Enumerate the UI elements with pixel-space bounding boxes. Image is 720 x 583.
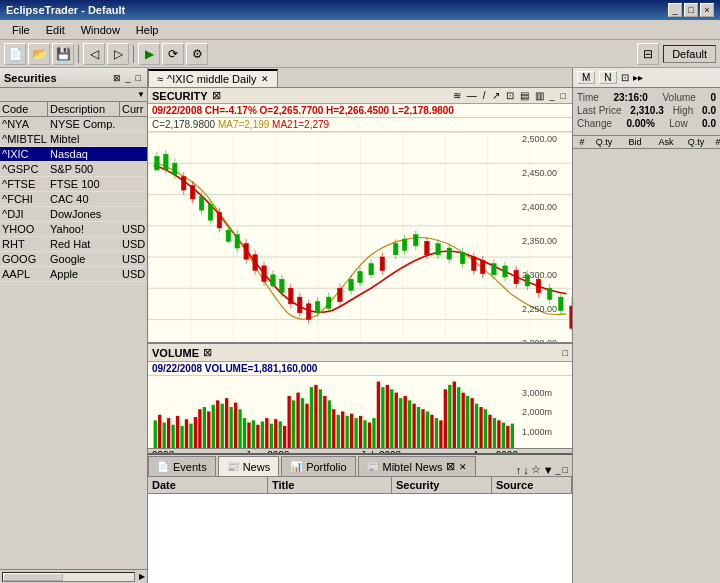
up-arrow-btn[interactable]: ↑ <box>516 464 522 476</box>
view-btn[interactable]: ▼ <box>543 464 554 476</box>
right-m-btn[interactable]: M <box>577 71 595 84</box>
svg-rect-140 <box>354 418 357 448</box>
sec-row-ixic[interactable]: ^IXIC Nasdaq <box>0 147 147 162</box>
svg-rect-112 <box>229 407 232 448</box>
min-btn[interactable]: _ <box>556 465 561 475</box>
market-col-hash1: # <box>575 137 589 147</box>
tab-portfolio[interactable]: 📊 Portfolio <box>281 456 355 476</box>
time-aug: Aug. 2008 <box>472 450 518 453</box>
sec-row-aapl[interactable]: AAPL Apple USD <box>0 267 147 282</box>
star-btn[interactable]: ☆ <box>531 463 541 476</box>
svg-rect-120 <box>265 418 268 448</box>
open-button[interactable]: 📂 <box>28 43 50 65</box>
svg-rect-99 <box>171 425 174 448</box>
refresh-button[interactable]: ⟳ <box>162 43 184 65</box>
securities-controls[interactable]: ⊠ _ □ <box>111 73 143 83</box>
svg-rect-161 <box>448 385 451 448</box>
default-box: Default <box>663 45 716 63</box>
chart-tool-5[interactable]: ⊡ <box>504 90 516 101</box>
sec-row-yhoo[interactable]: YHOO Yahoo! USD <box>0 222 147 237</box>
svg-rect-96 <box>158 415 161 448</box>
svg-rect-95 <box>154 420 157 448</box>
save-button[interactable]: 💾 <box>52 43 74 65</box>
bottom-tab-controls[interactable]: ↑ ↓ ☆ ▼ _ □ <box>516 463 572 476</box>
chart-tool-6[interactable]: ▤ <box>518 90 531 101</box>
tab-events[interactable]: 📄 Events <box>148 456 216 476</box>
col-title: Title <box>268 477 392 493</box>
new-button[interactable]: 📄 <box>4 43 26 65</box>
tab-mibtel-label: Mibtel News <box>383 461 443 473</box>
tab-mibtel-close[interactable]: ✕ <box>459 462 467 472</box>
svg-rect-117 <box>252 420 255 448</box>
right-forward-btn[interactable]: ▸▸ <box>633 72 643 83</box>
svg-rect-109 <box>216 400 219 448</box>
minimize-button[interactable]: _ <box>668 3 682 17</box>
volume-canvas: 3,000m 2,000m 1,000m <box>148 376 572 448</box>
right-n-btn[interactable]: N <box>599 71 616 84</box>
bottom-tabs: 📄 Events 📰 News 📊 Portfolio 📰 Mibtel New… <box>148 453 572 583</box>
chart-toolbar[interactable]: ≋ — / ↗ ⊡ ▤ ▥ _ □ <box>451 90 568 101</box>
col-curr: Curr <box>120 102 147 116</box>
menu-window[interactable]: Window <box>73 22 128 38</box>
toolbar: 📄 📂 💾 ◁ ▷ ▶ ⟳ ⚙ ⊟ Default <box>0 40 720 68</box>
right-header-controls[interactable]: M N ⊡ ▸▸ <box>577 71 643 84</box>
volume-value-r: 0 <box>710 92 716 103</box>
menu-help[interactable]: Help <box>128 22 167 38</box>
chart-tool-2[interactable]: — <box>465 90 479 101</box>
right-grid-btn[interactable]: ⊡ <box>621 72 629 83</box>
chart-tool-3[interactable]: / <box>481 90 488 101</box>
max-btn[interactable]: □ <box>563 465 568 475</box>
sec-curr-mibtel <box>120 132 147 146</box>
sec-row-mibtel[interactable]: ^MIBTEL Mibtel <box>0 132 147 147</box>
view-button[interactable]: ⊟ <box>637 43 659 65</box>
sec-row-ftse[interactable]: ^FTSE FTSE 100 <box>0 177 147 192</box>
chart-maximize-icon[interactable]: □ <box>559 91 568 101</box>
chart-tool-1[interactable]: ≋ <box>451 90 463 101</box>
volume-maximize[interactable]: □ <box>563 348 568 358</box>
svg-rect-123 <box>279 421 282 448</box>
vol-3000: 3,000m <box>522 388 570 398</box>
chart-tool-7[interactable]: ▥ <box>533 90 546 101</box>
svg-rect-115 <box>243 418 246 448</box>
chart-tab-close[interactable]: ✕ <box>261 74 269 84</box>
sec-desc-aapl: Apple <box>48 267 120 281</box>
forward-button[interactable]: ▷ <box>107 43 129 65</box>
tab-news-label: News <box>243 461 271 473</box>
sec-row-nya[interactable]: ^NYA NYSE Comp. <box>0 117 147 132</box>
chart-tab-ixic[interactable]: ≈ ^IXIC middle Daily ✕ <box>148 69 278 87</box>
menu-edit[interactable]: Edit <box>38 22 73 38</box>
tab-mibtel-news[interactable]: 📰 Mibtel News ⊠ ✕ <box>358 456 477 476</box>
window-controls[interactable]: _ □ × <box>668 3 714 17</box>
sec-row-fchi[interactable]: ^FCHI CAC 40 <box>0 192 147 207</box>
back-button[interactable]: ◁ <box>83 43 105 65</box>
close-button[interactable]: × <box>700 3 714 17</box>
time-axis: 2008 Jun. 2008 Jul. 2008 Aug. 2008 <box>148 448 572 453</box>
tab-events-label: Events <box>173 461 207 473</box>
sec-row-rht[interactable]: RHT Red Hat USD <box>0 237 147 252</box>
chart-minimize[interactable]: _ <box>548 91 557 101</box>
play-button[interactable]: ▶ <box>138 43 160 65</box>
securities-maximize[interactable]: □ <box>134 73 143 83</box>
price-2300: 2,300.00 <box>522 270 570 280</box>
col-code: Code <box>0 102 48 116</box>
svg-rect-100 <box>176 416 179 448</box>
down-arrow-btn[interactable]: ↓ <box>523 464 529 476</box>
sec-row-goog[interactable]: GOOG Google USD <box>0 252 147 267</box>
chart-tool-4[interactable]: ↗ <box>490 90 502 101</box>
svg-rect-166 <box>470 398 473 448</box>
volume-axis: 3,000m 2,000m 1,000m <box>520 376 572 448</box>
tab-news[interactable]: 📰 News <box>218 456 280 476</box>
high-label: High <box>673 105 694 116</box>
securities-minimize[interactable]: _ <box>124 73 133 83</box>
sec-row-gspc[interactable]: ^GSPC S&P 500 <box>0 162 147 177</box>
svg-rect-157 <box>430 415 433 448</box>
menu-file[interactable]: File <box>4 22 38 38</box>
chart-close: C=2,178.9800 <box>152 119 218 130</box>
scroll-arrow-up[interactable]: ▼ <box>137 90 145 99</box>
scroll-right[interactable]: ▶ <box>137 572 147 581</box>
sec-row-dji[interactable]: ^DJI DowJones <box>0 207 147 222</box>
settings-button[interactable]: ⚙ <box>186 43 208 65</box>
svg-rect-125 <box>287 396 290 448</box>
maximize-button[interactable]: □ <box>684 3 698 17</box>
svg-rect-137 <box>341 411 344 448</box>
